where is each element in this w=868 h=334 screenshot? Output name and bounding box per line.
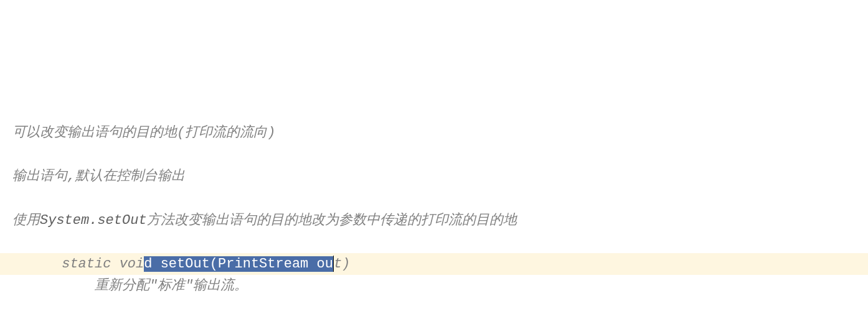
blank-line-1 [0,319,868,334]
signature-desc-line: 重新分配"标准"输出流。 [0,275,868,297]
code-editor[interactable]: 可以改变输出语句的目的地(打印流的流向) 输出语句,默认在控制台输出 使用Sys… [0,88,868,334]
comment-line-3: 使用System.setOut方法改变输出语句的目的地改为参数中传递的打印流的目… [0,210,868,231]
comment-line-1: 可以改变输出语句的目的地(打印流的流向) [0,122,868,144]
signature-line: static void setOut(PrintStream out) [0,253,868,275]
text-selection[interactable]: d setOut(PrintStream ou [144,256,333,272]
comment-line-2: 输出语句,默认在控制台输出 [0,165,868,187]
